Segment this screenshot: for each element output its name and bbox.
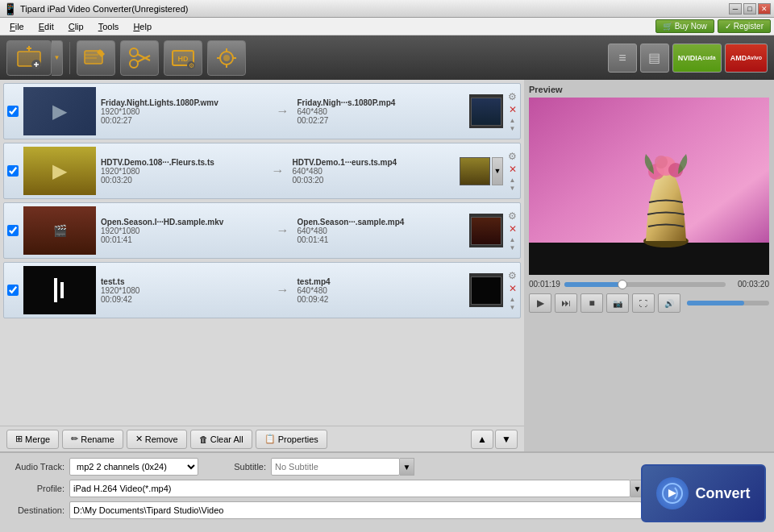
file-item-1[interactable]: ▶ Friday.Night.Lights.1080P.wmv 1920*108… [3,83,521,139]
convert-button[interactable]: Convert [641,464,766,522]
rename-button[interactable]: ✏ Rename [62,430,123,449]
properties-button[interactable]: 📋 Properties [256,430,327,449]
file-up-icon-4[interactable]: ▲ [510,296,516,303]
effect-button[interactable]: HD ⚙ [164,40,202,76]
file-checkbox-3[interactable] [7,225,19,236]
add-icon [15,44,44,73]
play-button[interactable]: ▶ [529,293,551,313]
file-thumb-out-3 [469,214,503,247]
file-dur-2: 00:03:20 [101,176,264,185]
subtitle-label: Subtitle: [210,462,266,472]
merge-button[interactable]: ⊞ Merge [6,430,59,449]
menu-file[interactable]: File [3,20,31,33]
menu-help[interactable]: Help [127,20,158,33]
preview-seekbar: 00:01:19 00:03:20 [529,278,769,290]
minimize-button[interactable]: ─ [729,3,742,15]
merge-icon: ⊞ [15,434,23,444]
skip-button[interactable]: ⏭ [555,293,577,313]
volume-button[interactable]: 🔊 [658,293,680,313]
clip-icon [126,44,153,72]
destination-input[interactable] [69,501,642,519]
file-info-2: HDTV.Demo.108···.Fleurs.ts.ts 1920*1080 … [101,158,264,185]
title-bar: 📱 Tipard iPad Video Converter(Unregister… [3,2,189,15]
file-checkbox-4[interactable] [7,285,19,296]
file-format-dropdown-2[interactable]: ▼ [492,157,503,185]
seek-track[interactable] [564,282,726,287]
file-checkbox-1[interactable] [7,106,19,117]
file-res-4: 1920*1080 [101,286,268,295]
file-gear-icon-3[interactable]: ⚙ [508,210,517,222]
preview-video-inner [529,98,769,275]
menu-tools[interactable]: Tools [92,20,126,33]
stop-button[interactable]: ■ [580,293,603,313]
video-thumb-icon-3: 🎬 [53,224,67,237]
file-dur-3: 00:01:41 [101,235,268,244]
file-res-1: 1920*1080 [101,107,268,116]
file-gear-icon-1[interactable]: ⚙ [508,91,517,102]
fullscreen-button[interactable]: ⛶ [632,293,655,313]
add-button[interactable] [6,40,52,76]
clear-all-button[interactable]: 🗑 Clear All [190,430,252,449]
register-button[interactable]: ✓ Register [718,19,771,33]
file-arrow-4: → [277,283,289,297]
file-arrows-2: ▲ ▼ [510,177,516,192]
close-button[interactable]: ✕ [758,3,771,15]
move-up-button[interactable]: ▲ [471,430,493,449]
file-down-icon-4[interactable]: ▼ [510,304,516,311]
profile-input[interactable] [69,480,630,497]
move-arrows: ▲ ▼ [471,430,518,449]
seek-fill [564,282,621,287]
file-remove-icon-1[interactable]: ✕ [509,104,517,115]
file-up-icon-2[interactable]: ▲ [510,177,516,184]
file-arrows-1: ▲ ▼ [510,117,516,132]
file-down-icon-3[interactable]: ▼ [510,244,516,251]
file-out-1: Friday.Nigh···s.1080P.mp4 640*480 00:02:… [298,98,465,125]
file-name-4: test.ts [101,277,268,286]
toolbar-right: ≡ ▤ NVIDIAcuda AMDAvivo [608,44,768,73]
buy-now-button[interactable]: 🛒 Buy Now [655,19,714,33]
svg-point-12 [130,60,138,68]
move-down-button[interactable]: ▼ [495,430,518,449]
file-gear-icon-4[interactable]: ⚙ [508,270,517,281]
settings-icon [213,44,240,72]
toolbar: ▼ [6,40,246,76]
preview-scene [529,98,769,275]
window-controls: ─ □ ✕ [729,3,771,15]
subtitle-dropdown-arrow[interactable]: ▼ [400,458,414,476]
menu-clip[interactable]: Clip [62,20,90,33]
audio-track-select[interactable]: mp2 2 channels (0x24) [69,458,198,476]
file-item-4[interactable]: test.ts 1920*1080 00:09:42 → test.mp4 64… [3,262,521,318]
convert-label: Convert [695,485,750,502]
subtitle-input[interactable] [271,458,400,476]
clip-button[interactable] [120,40,159,76]
volume-track[interactable] [687,301,769,305]
file-up-icon-1[interactable]: ▲ [510,117,516,124]
file-up-icon-3[interactable]: ▲ [510,236,516,243]
edit-button[interactable] [77,40,115,76]
clear-icon: 🗑 [199,434,208,444]
file-remove-icon-2[interactable]: ✕ [509,164,517,175]
file-info-1: Friday.Night.Lights.1080P.wmv 1920*1080 … [101,98,268,125]
file-checkbox-2[interactable] [7,165,19,177]
file-item-2[interactable]: ▶ HDTV.Demo.108···.Fleurs.ts.ts 1920*108… [3,143,521,199]
convert-icon [656,477,689,509]
file-remove-icon-4[interactable]: ✕ [509,283,517,294]
file-actions-2: ⚙ ✕ ▲ ▼ [508,151,517,192]
snapshot-button[interactable]: 📷 [606,293,629,313]
file-down-icon-1[interactable]: ▼ [510,125,516,132]
grid-view-button[interactable]: ▤ [640,44,669,73]
maximize-button[interactable]: □ [743,3,756,15]
file-item-3[interactable]: 🎬 Open.Season.I···HD.sample.mkv 1920*108… [3,202,521,259]
file-out-dur-4: 00:09:42 [298,295,465,304]
add-dropdown-button[interactable]: ▼ [52,40,63,76]
remove-button[interactable]: ✕ Remove [127,430,187,449]
settings-button[interactable] [207,40,246,76]
audio-track-label: Audio Track: [8,462,64,472]
list-view-button[interactable]: ≡ [608,44,637,73]
menu-edit[interactable]: Edit [32,20,60,33]
seek-thumb[interactable] [618,280,627,289]
file-down-icon-2[interactable]: ▼ [510,185,516,192]
file-remove-icon-3[interactable]: ✕ [509,223,517,235]
svg-point-32 [655,156,668,168]
file-gear-icon-2[interactable]: ⚙ [508,151,517,162]
